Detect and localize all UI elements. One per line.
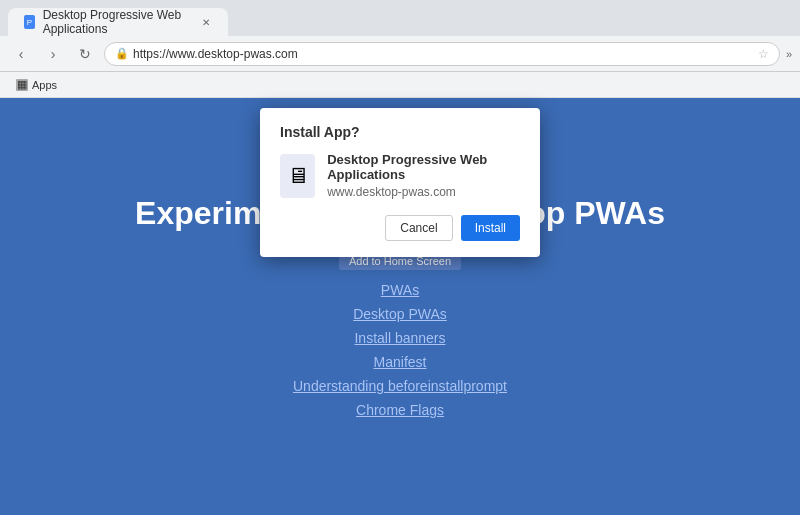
- app-icon-symbol: 🖥: [287, 163, 309, 189]
- app-info: Desktop Progressive Web Applications www…: [327, 152, 520, 199]
- extensions-area: »: [786, 48, 792, 60]
- app-icon: 🖥: [280, 154, 315, 198]
- install-dialog: Install App? 🖥 Desktop Progressive Web A…: [260, 108, 540, 257]
- reload-button[interactable]: ↻: [72, 41, 98, 67]
- browser-frame: P Desktop Progressive Web Applications ✕…: [0, 0, 800, 515]
- tab-bar: P Desktop Progressive Web Applications ✕: [0, 0, 800, 36]
- cancel-button[interactable]: Cancel: [385, 215, 452, 241]
- app-info-url: www.desktop-pwas.com: [327, 185, 520, 199]
- apps-label: Apps: [32, 79, 57, 91]
- tab-close-button[interactable]: ✕: [200, 14, 212, 30]
- dialog-overlay: Install App? 🖥 Desktop Progressive Web A…: [0, 98, 800, 515]
- dialog-actions: Cancel Install: [280, 215, 520, 241]
- dialog-app-row: 🖥 Desktop Progressive Web Applications w…: [280, 152, 520, 199]
- url-bar[interactable]: 🔒 https://www.desktop-pwas.com ☆: [104, 42, 780, 66]
- tab-favicon: P: [24, 15, 35, 29]
- forward-button[interactable]: ›: [40, 41, 66, 67]
- apps-icon: ▦: [16, 79, 28, 91]
- browser-tab[interactable]: P Desktop Progressive Web Applications ✕: [8, 8, 228, 36]
- dialog-title: Install App?: [280, 124, 520, 140]
- omnibox-bar: ‹ › ↻ 🔒 https://www.desktop-pwas.com ☆ »: [0, 36, 800, 72]
- back-button[interactable]: ‹: [8, 41, 34, 67]
- apps-bookmark[interactable]: ▦ Apps: [8, 77, 65, 93]
- url-text: https://www.desktop-pwas.com: [133, 47, 298, 61]
- bookmarks-bar: ▦ Apps: [0, 72, 800, 98]
- install-button[interactable]: Install: [461, 215, 520, 241]
- bookmark-star-icon[interactable]: ☆: [758, 47, 769, 61]
- tab-label: Desktop Progressive Web Applications: [43, 8, 200, 36]
- extensions-overflow-icon[interactable]: »: [786, 48, 792, 60]
- security-lock-icon: 🔒: [115, 47, 129, 60]
- page-content: Experimenting with Desktop PWAs Add to H…: [0, 98, 800, 515]
- app-info-name: Desktop Progressive Web Applications: [327, 152, 520, 182]
